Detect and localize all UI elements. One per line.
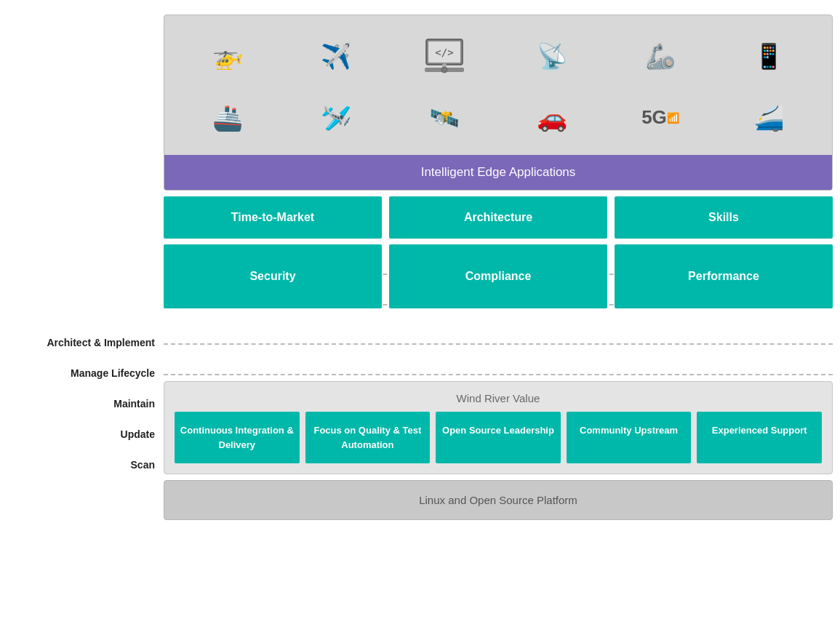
label-update: Update bbox=[7, 419, 164, 450]
security-card[interactable]: Security bbox=[164, 244, 382, 308]
content-column: 🚁 ✈️ </> 📡 🦾 📱 🚢 🛩️ bbox=[164, 15, 833, 520]
performance-card[interactable]: Performance bbox=[615, 244, 833, 308]
label-maintain: Maintain bbox=[7, 388, 164, 419]
dash-row-3 bbox=[164, 314, 833, 345]
icon-laptop-code: </> bbox=[393, 28, 495, 83]
svg-text:</>: </> bbox=[435, 47, 453, 58]
architecture-card[interactable]: Architecture bbox=[389, 196, 607, 239]
labels-column: Architect & Implement Manage Lifecycle M… bbox=[7, 15, 164, 520]
icon-plane-engine: ✈️ bbox=[286, 28, 387, 83]
page-layout: Architect & Implement Manage Lifecycle M… bbox=[0, 0, 840, 535]
icon-satellite: 📡 bbox=[502, 28, 603, 83]
middle-cards-row: Security Compliance Performance bbox=[164, 244, 833, 308]
skills-card[interactable]: Skills bbox=[615, 196, 833, 239]
wind-river-section: Wind River Value Continuous Integration … bbox=[164, 381, 833, 474]
experienced-support-card[interactable]: Experienced Support bbox=[697, 412, 822, 463]
quality-automation-card[interactable]: Focus on Quality & Test Automation bbox=[305, 412, 431, 463]
label-scan: Scan bbox=[7, 450, 164, 480]
applications-box: 🚁 ✈️ </> 📡 🦾 📱 🚢 🛩️ bbox=[164, 15, 833, 191]
icon-train: 🚄 bbox=[718, 90, 819, 145]
icon-robot-arm: 🦾 bbox=[610, 28, 711, 83]
icon-drone: 🚁 bbox=[177, 28, 279, 83]
label-manage: Manage Lifecycle bbox=[7, 358, 164, 388]
dashed-area: Security Compliance Performance bbox=[164, 244, 833, 375]
time-to-market-card[interactable]: Time-to-Market bbox=[164, 196, 382, 239]
compliance-card[interactable]: Compliance bbox=[389, 244, 607, 308]
community-upstream-card[interactable]: Community Upstream bbox=[567, 412, 692, 463]
open-source-leadership-card[interactable]: Open Source Leadership bbox=[436, 412, 561, 463]
intelligent-edge-banner: Intelligent Edge Applications bbox=[164, 155, 832, 190]
continuous-integration-card[interactable]: Continuous Integration & Delivery bbox=[175, 412, 300, 463]
icon-car: 🚗 bbox=[502, 90, 603, 145]
wind-river-title: Wind River Value bbox=[175, 392, 822, 404]
wind-river-cards: Continuous Integration & Delivery Focus … bbox=[175, 412, 822, 463]
icon-5g: 5G📶 bbox=[610, 90, 711, 145]
icon-submarine: 🚢 bbox=[177, 90, 279, 145]
business-value-row: Time-to-Market Architecture Skills bbox=[164, 196, 833, 239]
svg-point-5 bbox=[441, 67, 447, 73]
laptop-icon: </> bbox=[423, 36, 466, 76]
dash-row-4 bbox=[164, 345, 833, 375]
icons-grid: 🚁 ✈️ </> 📡 🦾 📱 🚢 🛩️ bbox=[177, 28, 819, 145]
icon-smart-home: 📱 bbox=[718, 28, 819, 83]
label-architect: Architect & Implement bbox=[7, 327, 164, 358]
icon-satellite2: 🛰️ bbox=[393, 90, 495, 145]
linux-bar: Linux and Open Source Platform bbox=[164, 480, 833, 520]
icon-aircraft: 🛩️ bbox=[286, 90, 387, 145]
